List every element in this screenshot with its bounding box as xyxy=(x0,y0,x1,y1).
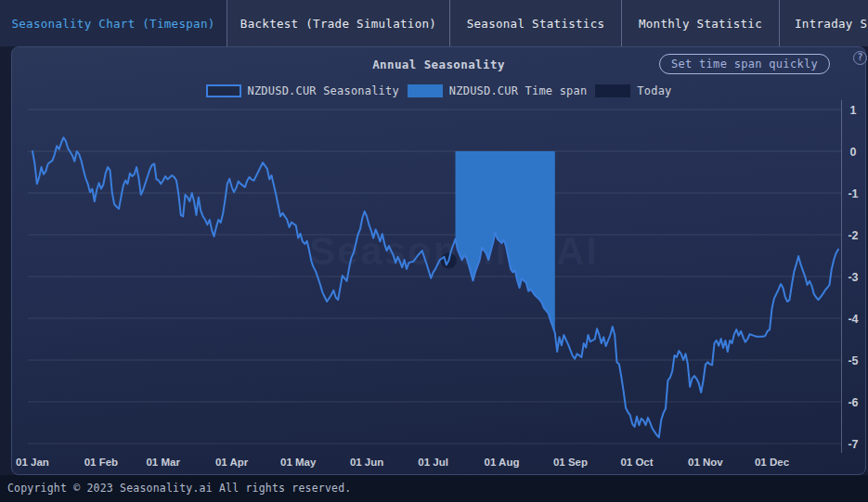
legend-item-nzdusd-cur-time-span[interactable]: NZDUSD.CUR Time span xyxy=(408,84,588,97)
tab-bar: Seasonality Chart (Timespan)Backtest (Tr… xyxy=(0,0,868,46)
legend-swatch-today xyxy=(595,84,630,97)
legend-swatch-nzdusd-cur-time-span xyxy=(408,84,443,97)
legend-swatch-nzdusd-cur-seasonality xyxy=(206,84,241,97)
tab-monthly-statistic[interactable]: Monthly Statistic xyxy=(622,0,780,46)
legend-label: NZDUSD.CUR Time span xyxy=(449,84,588,97)
tab-intraday-s[interactable]: Intraday S xyxy=(780,0,868,46)
footer-bar: Copyright © 2023 Seasonality.ai All righ… xyxy=(0,475,868,502)
legend-item-nzdusd-cur-seasonality[interactable]: NZDUSD.CUR Seasonality xyxy=(206,84,399,97)
app-window: Seasonality Chart (Timespan)Backtest (Tr… xyxy=(0,0,868,502)
tab-backtest-trade-simulation[interactable]: Backtest (Trade Simulation) xyxy=(227,0,450,46)
copyright-text: Copyright © 2023 Seasonality.ai All righ… xyxy=(7,482,351,495)
help-icon[interactable]: ? xyxy=(853,51,867,65)
legend-label: NZDUSD.CUR Seasonality xyxy=(248,84,399,97)
chart-legend: NZDUSD.CUR SeasonalityNZDUSD.CUR Time sp… xyxy=(12,84,865,97)
tab-seasonal-statistics[interactable]: Seasonal Statistics xyxy=(450,0,622,46)
legend-item-today[interactable]: Today xyxy=(595,84,671,97)
tab-seasonality-chart-timespan[interactable]: Seasonality Chart (Timespan) xyxy=(0,0,227,46)
legend-label: Today xyxy=(637,84,671,97)
chart-plot-area[interactable] xyxy=(28,104,842,454)
set-timespan-button[interactable]: Set time span quickly xyxy=(659,54,830,74)
